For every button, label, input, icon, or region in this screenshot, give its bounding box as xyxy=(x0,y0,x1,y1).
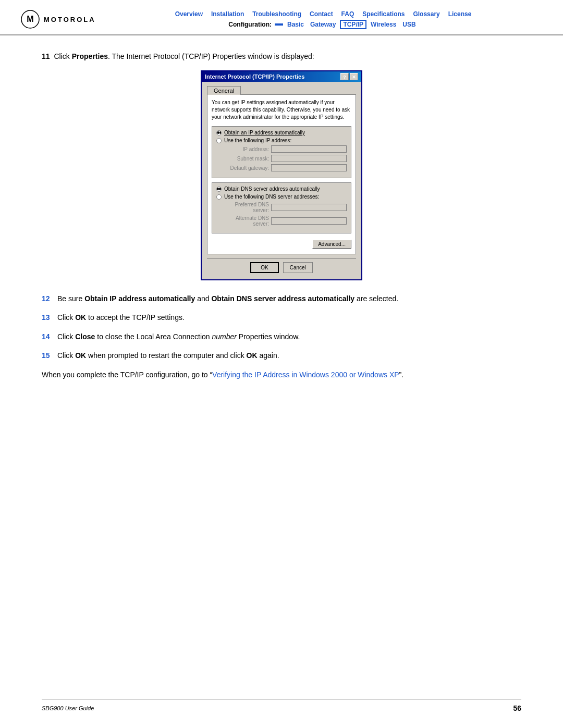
nav-wireless[interactable]: Wireless xyxy=(371,21,396,28)
radio-obtain-dns-label: Obtain DNS server address automatically xyxy=(224,186,320,192)
nav-contact[interactable]: Contact xyxy=(310,10,333,18)
dialog-titlebar: Internet Protocol (TCP/IP) Properties ? … xyxy=(202,71,361,82)
note-text-before: When you complete the TCP/IP configurati… xyxy=(42,371,212,379)
footer-right: 56 xyxy=(513,704,521,712)
nav-license[interactable]: License xyxy=(448,10,472,18)
radio-use-dns-icon[interactable] xyxy=(216,194,222,200)
page-header: M MOTOROLA Overview Installation Trouble… xyxy=(0,0,563,35)
dialog-subnet-label: Subnet mask: xyxy=(225,156,269,162)
step-11-bold: Properties xyxy=(72,52,108,60)
dialog-description: You can get IP settings assigned automat… xyxy=(212,99,351,121)
nav-gateway[interactable]: Gateway xyxy=(310,21,336,28)
radio-obtain-ip-icon[interactable] xyxy=(216,130,222,135)
config-label: Configuration: xyxy=(228,21,272,28)
nav-area: Overview Installation Troubleshooting Co… xyxy=(104,9,542,29)
dialog-subnet-field-row: Subnet mask: xyxy=(216,155,347,162)
cancel-button[interactable]: Cancel xyxy=(283,262,313,273)
ok-button[interactable]: OK xyxy=(250,262,278,273)
note-text-after: ”. xyxy=(399,371,404,379)
dialog-body: General You can get IP settings assigned… xyxy=(202,82,361,279)
dialog-help-button[interactable]: ? xyxy=(340,73,349,80)
step-13: 13 Click OK to accept the TCP/IP setting… xyxy=(42,312,521,323)
nav-overview[interactable]: Overview xyxy=(175,10,203,18)
dialog-dns-group: Obtain DNS server address automatically … xyxy=(212,182,351,233)
step-14-bold: Close xyxy=(75,332,95,341)
dialog-gateway-label: Default gateway: xyxy=(225,165,269,171)
step-14-text: Click Close to close the Local Area Conn… xyxy=(57,331,521,342)
nav-tcpip-box[interactable]: TCP/IP xyxy=(340,20,366,29)
dialog-ip-input[interactable] xyxy=(271,145,347,153)
motorola-text: MOTOROLA xyxy=(44,16,96,23)
radio-obtain-ip-label: Obtain an IP address automatically xyxy=(224,130,305,135)
dialog-preferred-dns-row: Preferred DNS server: xyxy=(216,202,347,213)
dialog-titlebar-buttons: ? ✕ xyxy=(340,73,358,80)
main-content: 11 Click Properties. The Internet Protoc… xyxy=(0,35,563,401)
dialog-gateway-input[interactable] xyxy=(271,164,347,171)
note-line: When you complete the TCP/IP configurati… xyxy=(42,369,521,380)
step-13-text: Click OK to accept the TCP/IP settings. xyxy=(57,312,521,323)
dialog-tab-content: You can get IP settings assigned automat… xyxy=(207,94,356,254)
step-15-text: Click OK when prompted to restart the co… xyxy=(57,350,521,361)
advanced-button[interactable]: Advanced... xyxy=(312,240,351,249)
dialog-radio-use-dns[interactable]: Use the following DNS server addresses: xyxy=(216,194,347,200)
nav-troubleshooting[interactable]: Troubleshooting xyxy=(252,10,301,18)
page-footer: SBG900 User Guide 56 xyxy=(42,699,521,712)
dialog-alternate-dns-row: Alternate DNS server: xyxy=(216,215,347,227)
radio-obtain-dns-icon[interactable] xyxy=(216,187,222,192)
nav-glossary[interactable]: Glossary xyxy=(413,10,439,18)
dialog-close-button[interactable]: ✕ xyxy=(350,73,358,80)
dialog-radio-obtain-dns[interactable]: Obtain DNS server address automatically xyxy=(216,186,347,192)
dialog-alternate-dns-label: Alternate DNS server: xyxy=(225,215,269,227)
step-12: 12 Be sure Obtain IP address automatical… xyxy=(42,293,521,304)
step-14-number: 14 xyxy=(42,331,53,342)
radio-use-ip-icon[interactable] xyxy=(216,138,222,143)
nav-bottom: Configuration: Basic Gateway TCP/IP Wire… xyxy=(104,20,542,29)
step-13-bold: OK xyxy=(75,313,86,322)
dialog-container: Internet Protocol (TCP/IP) Properties ? … xyxy=(42,70,521,280)
step-15-bold2: OK xyxy=(247,351,258,360)
tcp-ip-dialog: Internet Protocol (TCP/IP) Properties ? … xyxy=(201,70,362,280)
step-15-number: 15 xyxy=(42,350,53,361)
dialog-gateway-field-row: Default gateway: xyxy=(216,164,347,171)
dialog-preferred-dns-input[interactable] xyxy=(271,204,347,211)
nav-usb[interactable]: USB xyxy=(402,21,415,28)
steps-list: 12 Be sure Obtain IP address automatical… xyxy=(42,293,521,362)
dialog-ip-field-row: IP address: xyxy=(216,145,347,153)
dialog-title: Internet Protocol (TCP/IP) Properties xyxy=(205,73,304,80)
step-12-bold1: Obtain IP address automatically xyxy=(84,294,195,303)
dialog-ip-group: Obtain an IP address automatically Use t… xyxy=(212,126,351,178)
config-box-label xyxy=(275,23,283,26)
nav-top: Overview Installation Troubleshooting Co… xyxy=(104,9,542,18)
dialog-radio-obtain-ip[interactable]: Obtain an IP address automatically xyxy=(216,130,347,135)
dialog-preferred-dns-label: Preferred DNS server: xyxy=(225,202,269,213)
nav-faq[interactable]: FAQ xyxy=(341,10,354,18)
svg-text:M: M xyxy=(27,15,33,23)
dialog-ok-cancel-row: OK Cancel xyxy=(207,258,356,275)
nav-basic[interactable]: Basic xyxy=(287,21,304,28)
dialog-advanced-row: Advanced... xyxy=(212,238,351,250)
dialog-alternate-dns-input[interactable] xyxy=(271,217,347,225)
step-13-number: 13 xyxy=(42,312,53,323)
dialog-radio-use-ip[interactable]: Use the following IP address: xyxy=(216,138,347,143)
step-14: 14 Click Close to close the Local Area C… xyxy=(42,331,521,342)
step-12-text: Be sure Obtain IP address automatically … xyxy=(57,293,521,304)
step-12-number: 12 xyxy=(42,293,53,304)
motorola-logo-icon: M xyxy=(21,10,40,29)
step-11-number: 11 xyxy=(42,52,50,60)
step-14-italic: number xyxy=(212,332,237,341)
note-link[interactable]: Verifying the IP Address in Windows 2000… xyxy=(212,371,399,379)
footer-left: SBG900 User Guide xyxy=(42,705,94,711)
step-11-intro: 11 Click Properties. The Internet Protoc… xyxy=(42,51,521,62)
logo-area: M MOTOROLA xyxy=(21,10,104,29)
dialog-subnet-input[interactable] xyxy=(271,155,347,162)
step-15: 15 Click OK when prompted to restart the… xyxy=(42,350,521,361)
step-12-bold2: Obtain DNS server address automatically xyxy=(211,294,354,303)
radio-use-dns-label: Use the following DNS server addresses: xyxy=(224,194,319,200)
dialog-ip-label: IP address: xyxy=(225,146,269,152)
step-15-bold1: OK xyxy=(75,351,86,360)
nav-specifications[interactable]: Specifications xyxy=(362,10,405,18)
dialog-general-tab[interactable]: General xyxy=(207,86,241,95)
nav-installation[interactable]: Installation xyxy=(211,10,244,18)
radio-use-ip-label: Use the following IP address: xyxy=(224,138,291,143)
